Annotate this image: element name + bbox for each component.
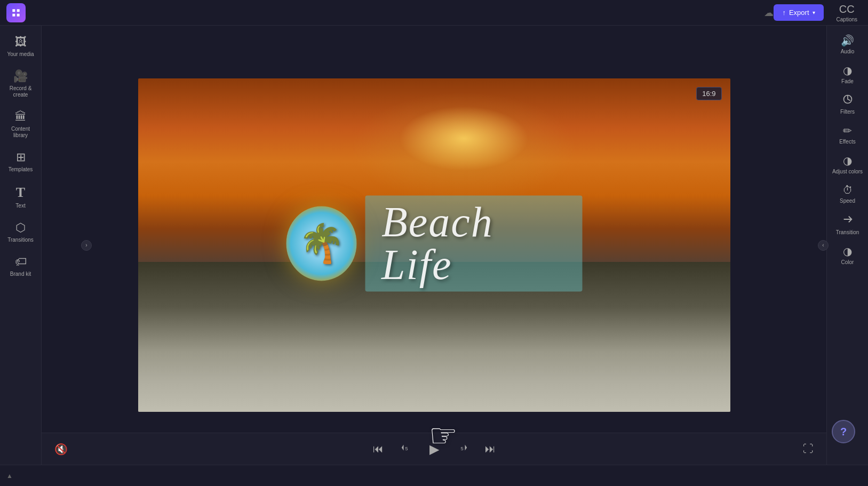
cloud-status-icon: ☁ bbox=[764, 7, 774, 19]
left-sidebar: 🖼 Your media 🎥 Record & create 🏛 Content… bbox=[0, 26, 42, 465]
captions-button[interactable]: CC Captions bbox=[832, 1, 862, 25]
sidebar-item-label-content-library: Content library bbox=[5, 126, 37, 139]
right-sidebar-label-audio: Audio bbox=[841, 49, 855, 54]
left-sidebar-collapse-toggle[interactable]: › bbox=[81, 240, 92, 251]
right-sidebar-label-color: Color bbox=[841, 259, 854, 265]
content-library-icon: 🏛 bbox=[15, 110, 27, 124]
video-preview[interactable]: 🌴 Beach Life 16:9 ☞ bbox=[42, 26, 826, 465]
color-icon: ◑ bbox=[843, 245, 852, 258]
right-sidebar-item-color[interactable]: ◑ Color bbox=[829, 241, 867, 269]
sidebar-item-templates[interactable]: ⊞ Templates bbox=[2, 145, 40, 178]
sidebar-item-label-record-create: Record & create bbox=[5, 85, 37, 98]
adjust-colors-icon: ◑ bbox=[843, 154, 852, 167]
right-sidebar-label-fade: Fade bbox=[841, 78, 854, 84]
sidebar-item-brand-kit[interactable]: 🏷 Brand kit bbox=[2, 250, 40, 283]
timeline-label: ▲ bbox=[6, 472, 13, 480]
sidebar-item-label-your-media: Your media bbox=[7, 51, 34, 58]
record-create-icon: 🎥 bbox=[13, 69, 28, 83]
video-background: 🌴 Beach Life bbox=[138, 78, 730, 412]
skip-end-button[interactable]: ⏭ bbox=[481, 441, 500, 457]
beach-text-bg: Beach Life bbox=[365, 195, 582, 291]
controls-left: 🔇 bbox=[50, 441, 72, 458]
text-icon: T bbox=[16, 185, 25, 201]
sidebar-item-transitions[interactable]: ⬡ Transitions bbox=[2, 216, 40, 249]
sidebar-item-your-media[interactable]: 🖼 Your media bbox=[2, 30, 40, 63]
right-sidebar-item-speed[interactable]: ⏱ Speed bbox=[829, 180, 867, 208]
back5-button[interactable]: 5 bbox=[396, 440, 417, 458]
svg-text:5: 5 bbox=[405, 446, 408, 451]
center-area: 🌴 Beach Life 16:9 ☞ 🔇 bbox=[42, 26, 826, 465]
rewind-to-start-button[interactable]: ⏮ bbox=[369, 441, 388, 457]
export-chevron-icon: ▾ bbox=[813, 10, 815, 15]
right-sidebar-item-effects[interactable]: ✏ Effects bbox=[829, 120, 867, 149]
play-button[interactable]: ▶ bbox=[425, 440, 443, 459]
right-sidebar-collapse-toggle[interactable]: ‹ bbox=[818, 240, 829, 251]
main-layout: 🖼 Your media 🎥 Record & create 🏛 Content… bbox=[0, 26, 868, 465]
right-sidebar-item-adjust-colors[interactable]: ◑ Adjust colors bbox=[829, 150, 867, 179]
video-canvas: 🌴 Beach Life 16:9 bbox=[138, 78, 730, 412]
palm-circle: 🌴 bbox=[286, 206, 357, 281]
right-sidebar-item-fade[interactable]: ◑ Fade bbox=[829, 60, 867, 89]
fullscreen-button[interactable]: ⛶ bbox=[799, 441, 818, 457]
video-title-input[interactable]: My Video bbox=[32, 9, 96, 17]
help-label: ? bbox=[840, 426, 847, 438]
video-title-area[interactable]: My Video bbox=[32, 9, 760, 17]
speed-icon: ⏱ bbox=[842, 184, 853, 196]
brand-kit-icon: 🏷 bbox=[15, 255, 27, 269]
export-arrow-icon: ↑ bbox=[782, 9, 786, 17]
your-media-icon: 🖼 bbox=[15, 35, 27, 49]
topbar: My Video ☁ ↑ Export ▾ CC Captions bbox=[0, 0, 868, 26]
right-sidebar-item-audio[interactable]: 🔊 Audio bbox=[829, 30, 867, 59]
right-sidebar-label-filters: Filters bbox=[840, 109, 855, 115]
right-sidebar-label-speed: Speed bbox=[840, 198, 855, 204]
filters-icon bbox=[842, 94, 853, 107]
sidebar-item-label-text: Text bbox=[15, 203, 25, 209]
effects-icon: ✏ bbox=[843, 124, 852, 137]
forward5-button[interactable]: 5 bbox=[452, 440, 472, 458]
svg-text:5: 5 bbox=[460, 446, 463, 451]
timeline-area: ▲ bbox=[0, 465, 868, 486]
right-sidebar-item-transition[interactable]: Transition bbox=[829, 209, 867, 240]
right-sidebar-label-transition: Transition bbox=[836, 229, 859, 235]
sidebar-item-text[interactable]: T Text bbox=[2, 179, 40, 214]
export-label: Export bbox=[789, 9, 809, 17]
controls-right: ⛶ bbox=[799, 441, 818, 457]
mute-button[interactable]: 🔇 bbox=[50, 441, 72, 458]
help-button[interactable]: ? bbox=[832, 420, 855, 443]
audio-icon: 🔊 bbox=[841, 34, 854, 47]
transitions-icon: ⬡ bbox=[15, 221, 26, 235]
right-sidebar-label-adjust-colors: Adjust colors bbox=[832, 169, 863, 174]
app-logo bbox=[6, 3, 26, 22]
right-sidebar-label-effects: Effects bbox=[839, 139, 855, 145]
palm-icon: 🌴 bbox=[298, 221, 345, 265]
sidebar-item-record-create[interactable]: 🎥 Record & create bbox=[2, 64, 40, 103]
right-sidebar-item-filters[interactable]: Filters bbox=[829, 90, 867, 119]
playback-controls: 🔇 ⏮ 5 ▶ 5 ⏭ ⛶ bbox=[42, 433, 826, 465]
fade-icon: ◑ bbox=[843, 64, 852, 77]
templates-icon: ⊞ bbox=[16, 150, 26, 164]
captions-label: Captions bbox=[837, 17, 857, 22]
export-button[interactable]: ↑ Export ▾ bbox=[774, 4, 823, 21]
sidebar-item-label-transitions: Transitions bbox=[7, 237, 34, 243]
sidebar-item-label-templates: Templates bbox=[9, 166, 33, 173]
captions-icon: CC bbox=[839, 3, 855, 15]
beach-life-text: Beach Life bbox=[381, 201, 566, 286]
sidebar-item-label-brand-kit: Brand kit bbox=[10, 271, 31, 277]
center-right-wrapper: › 🌴 Beach Life bbox=[42, 26, 868, 465]
sidebar-item-content-library[interactable]: 🏛 Content library bbox=[2, 105, 40, 144]
transition-icon bbox=[842, 213, 854, 228]
beach-life-overlay: 🌴 Beach Life bbox=[286, 195, 582, 291]
aspect-ratio-badge[interactable]: 16:9 bbox=[696, 87, 721, 100]
right-sidebar: 🔊 Audio ◑ Fade Filters ✏ Effects bbox=[826, 26, 868, 465]
